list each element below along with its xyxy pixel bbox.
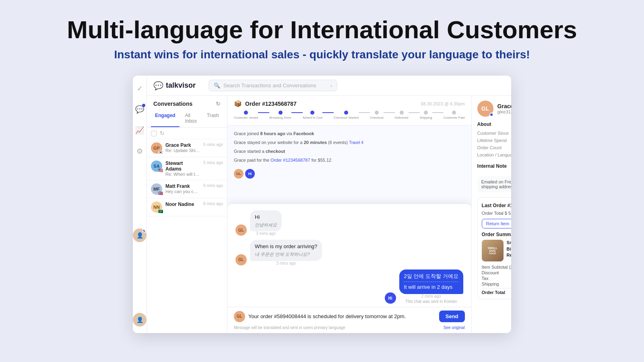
journey-dot-2 [310,111,314,115]
conv-body-1: Stewart Adams Re: When will this item be… [165,160,200,177]
conv-preview-2: Hey can you check the status [165,189,200,194]
conv-item-3[interactable]: NN 🇸🇦 Noor Nadine 8 mins ago [147,198,227,216]
journey-line-4 [384,112,395,113]
select-all-checkbox[interactable] [151,131,157,136]
price-label-0: Item Subtotal (2 bags) [482,265,511,269]
three-col: Conversations ↻ Engaged All Inbox Trash … [147,96,511,333]
price-row-total: Order Total $55.12 [482,288,511,295]
conv-avatar-2: MF 🇬🇧 [151,183,162,195]
order-time: 08.30.2023 @ 6:30pm [421,101,465,106]
order-link[interactable]: Order #1234568787 [270,158,310,162]
chat-footer-note-row: Message will be translated and sent in u… [227,325,471,333]
msg-note-2: This chat was sent in Korean [399,299,463,304]
journey-line-0 [258,112,269,113]
sidebar: ✓ 💬 📈 ⚙ 👤 👤 [133,76,147,333]
search-icon: 🔍 [214,82,220,88]
sidebar-icon-settings[interactable]: ⚙ [133,145,146,158]
journey-label-1: Browsing Store [269,116,291,119]
msg-translation-1: 내 주문은 언제 도착하나요? [255,251,317,257]
search-bar[interactable]: 🔍 Search Transactions and Conversations … [208,80,337,91]
conv-name-3: Noor Nadine [165,202,200,207]
sidebar-icon-chat[interactable]: 💬 [133,103,146,116]
journey-label-3: Checkout Started [334,116,359,119]
conv-avatar-1: SA 🇺🇸 [151,160,162,172]
tab-all-inbox[interactable]: All Inbox [181,110,201,127]
detail-header: 📦 Order #1234568787 08.30.2023 @ 6:30pm … [227,96,471,125]
conv-time-1: 5 mins ago [203,160,223,165]
price-row-1: Discount $0.00 [482,270,511,275]
journey-step-5: Delivered [395,111,409,119]
order-summary-title: Order Summary [482,232,511,237]
order-icon: 📦 [234,100,242,107]
msg-korean-text: 2일 안에 도착할 거예요 [404,273,458,282]
price-rows: Item Subtotal (2 bags) $50.00 Discount $… [482,265,511,295]
conv-body-3: Noor Nadine [165,202,200,207]
journey-step-3: Checkout Started [334,111,359,119]
conv-preview-0: Re: Update Shipping Address [165,148,200,153]
sidebar-icon-analytics[interactable]: 📈 [133,124,146,137]
about-field-0: Customer Since June 2022 [477,130,511,137]
order-title-row: 📦 Order #1234568787 08.30.2023 @ 6:30pm [234,100,465,107]
activity-1: Grace stayed on your website for a 20 mi… [234,139,465,146]
order-card-header: Last Order #123456789 ⋮ [482,202,511,209]
journey-dot-3 [344,111,348,115]
tab-engaged[interactable]: Engaged [151,110,180,127]
journey-line-3 [359,112,370,113]
conv-item-0[interactable]: GP 🇰🇷 Grace Park Re: Update Shipping Add… [147,139,227,157]
msg-english-text: It will arrive in 2 days [404,284,458,291]
about-section: About Customer Since June 2022 Lifetime … [477,121,511,158]
price-label-2: Tax [482,276,489,281]
journey-line-5 [409,112,420,113]
journey: Customer Joined Browsing Store Added to … [234,107,465,121]
order-card-title: Last Order #123456789 [482,203,511,208]
conv-time-0: 5 mins ago [203,142,223,147]
journey-step-1: Browsing Store [269,111,291,119]
conv-item-2[interactable]: MF 🇬🇧 Matt Frank Hey can you check the s… [147,180,227,198]
msg-row-2: 2일 안에 도착할 거예요 It will arrive in 2 days 2… [235,269,463,304]
refresh-small-icon[interactable]: ↻ [160,130,165,136]
logo: 💬 talkvisor [153,81,196,90]
app-window: ✓ 💬 📈 ⚙ 👤 👤 💬 talkvisor 🔍 Search Transac… [133,76,511,333]
return-item-button[interactable]: Return Item [482,219,511,228]
search-placeholder: Search Transactions and Conversations [223,82,316,88]
journey-line-2 [322,112,334,113]
internal-note: Emailed on Friday to confirm new shippin… [477,176,511,192]
conv-preview-1: Re: When will this item be available [165,172,200,177]
topbar: 💬 talkvisor 🔍 Search Transactions and Co… [147,76,511,96]
conv-body-0: Grace Park Re: Update Shipping Address [165,142,200,153]
journey-dot-5 [400,111,404,115]
journey-label-4: Checkout [370,116,384,119]
chat-input[interactable] [248,313,436,319]
price-row-0: Item Subtotal (2 bags) $50.00 [482,265,511,269]
conv-list: ↻ GP 🇰🇷 Grace Park Re: Update Shipping A… [147,128,227,333]
about-title: About [477,121,511,127]
sidebar-icon-check[interactable]: ✓ [133,82,146,95]
see-original-link[interactable]: See original [444,325,465,330]
journey-dot-1 [279,111,283,115]
price-row-3: Shipping $0.00 [482,282,511,286]
field-label-2: Order Count [477,145,502,150]
conv-time-2: 8 mins ago [203,183,223,188]
send-button[interactable]: Send [439,311,465,322]
hero-title: Multi-language for International Custome… [8,16,636,43]
price-label-3: Shipping [482,282,499,286]
price-label-1: Discount [482,270,499,275]
refresh-icon[interactable]: ↻ [216,101,221,107]
order-id: Order #1234568787 [245,101,297,107]
conversations-title: Conversations [153,101,192,107]
product-row: SMALL DOG FOOD Small Dog Food,Bite Size … [482,240,511,261]
search-arrow-icon: › [330,83,332,88]
order-card-total: Order Total $ 55.12 [482,211,511,216]
field-label-1: Lifetime Spend [477,138,507,143]
sidebar-avatar-bottom[interactable]: 👤 [133,313,147,327]
sidebar-avatar[interactable]: 👤 [133,228,147,242]
about-field-3: Location / Language Seoul, Korea / Korea… [477,151,511,158]
price-label-total: Order Total [482,290,505,295]
logo-text: talkvisor [166,81,196,90]
chat-input-row: GL Send [227,307,471,325]
tab-trash[interactable]: Trash [203,110,223,127]
product-info: Small Dog Food,Bite Size Chicken Recipe [507,240,511,258]
journey-step-7: Customer Paid [444,111,465,119]
conv-item-1[interactable]: SA 🇺🇸 Stewart Adams Re: When will this i… [147,157,227,180]
journey-label-6: Shipping [420,116,432,119]
